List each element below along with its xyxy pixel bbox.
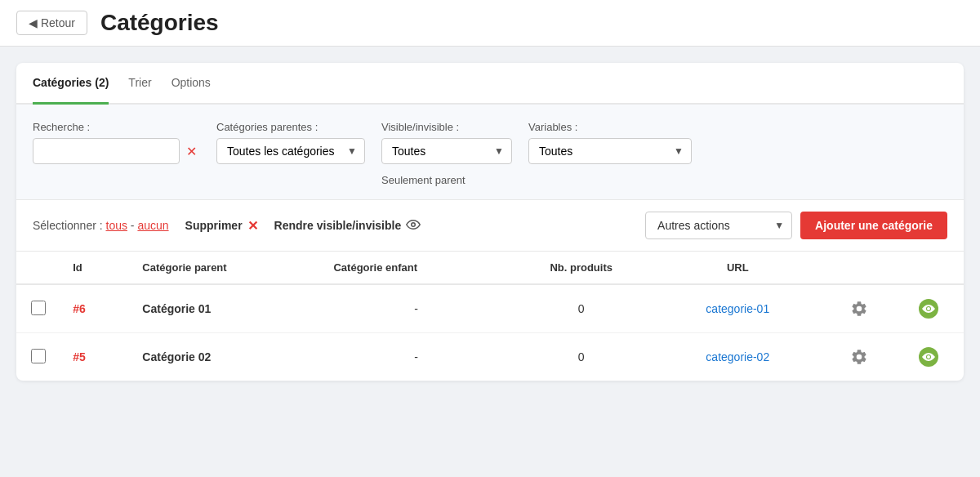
row-child-0: -	[320, 284, 511, 333]
row-parent-name-1: Catégorie 02	[142, 350, 211, 363]
gear-icon-1[interactable]	[847, 345, 871, 369]
row-checkbox-0[interactable]	[31, 301, 46, 315]
ajouter-categorie-button[interactable]: Ajouter une catégorie	[800, 212, 947, 239]
variables-filter-group: Variables : Toutes ▼	[528, 121, 692, 164]
table-row: #5 Catégorie 02 - 0 categorie-02	[16, 333, 964, 381]
visible-select[interactable]: Toutes	[381, 138, 512, 164]
col-header-nb: Nb. produits	[512, 252, 651, 284]
row-url-link-1[interactable]: categorie-02	[706, 350, 769, 363]
svg-point-0	[412, 222, 416, 226]
row-id-link-1[interactable]: #5	[73, 350, 86, 363]
rendre-visible-button[interactable]: Rendre visible/invisible	[274, 217, 421, 234]
row-nb-1: 0	[512, 333, 651, 381]
row-nb-0: 0	[512, 284, 651, 333]
categories-parentes-label: Catégories parentes :	[216, 121, 365, 133]
actions-row: Sélectionner : tous - aucun Supprimer ✕ …	[16, 200, 964, 252]
col-header-child: Catégorie enfant	[320, 252, 511, 284]
autres-actions-select[interactable]: Autres actions	[645, 212, 792, 239]
select-aucun-link[interactable]: aucun	[137, 219, 168, 232]
filters-section: Recherche : ✕ Catégories parentes : Tout…	[16, 105, 964, 200]
categories-parentes-select[interactable]: Toutes les catégories	[216, 138, 365, 164]
table-row: #6 Catégorie 01 - 0 categorie-01	[16, 284, 964, 333]
rendre-visible-label: Rendre visible/invisible	[274, 219, 402, 232]
eye-green-icon-0[interactable]	[916, 296, 941, 321]
eye-green-icon-1[interactable]	[916, 345, 941, 369]
categories-parentes-filter-group: Catégories parentes : Toutes les catégor…	[216, 121, 365, 164]
variables-label: Variables :	[528, 121, 692, 133]
seulement-parent-text: Seulement parent	[381, 174, 512, 186]
search-label: Recherche :	[33, 121, 200, 133]
supprimer-label: Supprimer	[185, 219, 243, 232]
visible-label: Visible/invisible :	[381, 121, 512, 133]
eye-icon	[406, 217, 421, 234]
row-child-1: -	[320, 333, 511, 381]
tab-categories[interactable]: Catégories (2)	[33, 63, 109, 105]
delete-x-icon: ✕	[247, 218, 258, 234]
col-header-parent: Catégorie parent	[129, 252, 320, 284]
select-label: Sélectionner : tous - aucun	[33, 219, 169, 232]
top-bar: ◀ Retour Catégories	[0, 0, 980, 47]
tab-trier[interactable]: Trier	[128, 63, 151, 105]
col-header-url: URL	[651, 252, 825, 284]
row-url-link-0[interactable]: categorie-01	[706, 302, 769, 315]
supprimer-button[interactable]: Supprimer ✕	[185, 218, 258, 234]
row-parent-name-0: Catégorie 01	[142, 302, 211, 315]
select-tous-link[interactable]: tous	[106, 219, 127, 232]
visible-filter-group: Visible/invisible : Toutes ▼ Seulement p…	[381, 121, 512, 186]
clear-search-button[interactable]: ✕	[183, 140, 200, 163]
gear-icon-0[interactable]	[847, 296, 871, 321]
tabs-bar: Catégories (2) Trier Options	[16, 63, 964, 105]
search-filter-group: Recherche : ✕	[33, 121, 200, 164]
table-section: Id Catégorie parent Catégorie enfant Nb.…	[16, 252, 964, 381]
row-id-link-0[interactable]: #6	[73, 302, 86, 315]
row-checkbox-1[interactable]	[31, 349, 46, 363]
page-title: Catégories	[100, 10, 219, 36]
back-button[interactable]: ◀ Retour	[16, 11, 87, 35]
col-header-id: Id	[60, 252, 129, 284]
tab-options[interactable]: Options	[172, 63, 211, 105]
variables-select[interactable]: Toutes	[528, 138, 692, 164]
search-input[interactable]	[33, 138, 180, 164]
